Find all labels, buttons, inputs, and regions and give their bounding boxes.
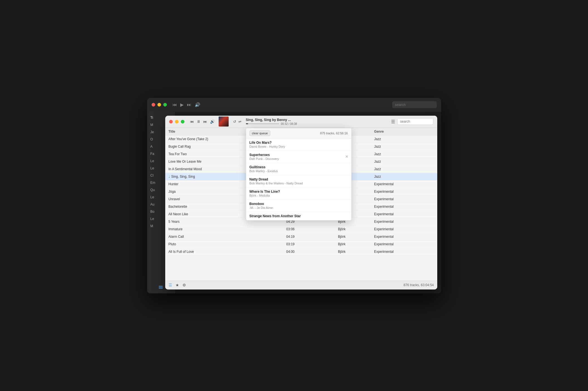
inner-forward-button[interactable]: ⏭ bbox=[203, 119, 207, 124]
queue-item-close-1[interactable]: ✕ bbox=[345, 154, 349, 159]
queue-item-0[interactable]: Life On Mars? David Bowie - Hunky Dory bbox=[246, 138, 351, 151]
queue-item-title-2: Guiltiness bbox=[249, 165, 348, 169]
table-row[interactable]: All Is Full of Love04:00BjörkExperimenta… bbox=[165, 248, 437, 255]
progress-bar[interactable] bbox=[246, 123, 279, 124]
track-genre-15: Experimental bbox=[371, 248, 437, 255]
inner-playback-controls: ⏮ ⏸ ⏭ 🔊 bbox=[190, 119, 215, 124]
queue-item-meta-2: Bob Marley - Exodus bbox=[249, 169, 348, 173]
queue-item-6[interactable]: Strange News from Another Star bbox=[246, 212, 351, 220]
shuffle-icon[interactable]: ⇌ bbox=[238, 120, 241, 124]
queue-item-3[interactable]: Natty Dread Bob Marley & the Wailers - N… bbox=[246, 175, 351, 187]
queue-item-meta-3: Bob Marley & the Wailers - Natty Dread bbox=[249, 182, 348, 185]
outer-forward-button[interactable]: ⏭ bbox=[187, 102, 191, 107]
maximize-button[interactable] bbox=[163, 103, 167, 107]
track-genre-0: Jazz bbox=[371, 135, 437, 143]
queue-item-title-3: Natty Dread bbox=[249, 177, 348, 181]
track-genre-5: Jazz bbox=[371, 173, 437, 180]
track-artist-14: Björk bbox=[335, 240, 371, 248]
track-genre-10: Experimental bbox=[371, 210, 437, 218]
queue-item-1[interactable]: Superheroes Daft Punk - Discovery ✕ bbox=[246, 151, 351, 163]
queue-item-title-4: Where Is The Line? bbox=[249, 190, 348, 194]
list-view-button[interactable]: ☰ bbox=[169, 283, 172, 287]
favorites-button[interactable]: ★ bbox=[176, 283, 179, 287]
close-button[interactable] bbox=[152, 103, 155, 107]
svg-rect-2 bbox=[159, 288, 163, 289]
now-playing-title: Sing, Sing, Sing by Benny ... bbox=[246, 118, 297, 122]
now-playing-info: Sing, Sing, Sing by Benny ... 00:32 / 08… bbox=[246, 118, 297, 125]
track-artist-13: Björk bbox=[335, 233, 371, 240]
now-playing-progress: 00:32 / 08:38 bbox=[246, 122, 297, 125]
track-genre-9: Experimental bbox=[371, 203, 437, 210]
track-duration-14: 03:19 bbox=[283, 240, 335, 248]
minimize-button[interactable] bbox=[157, 103, 161, 107]
track-genre-13: Experimental bbox=[371, 233, 437, 240]
progress-fill bbox=[246, 123, 248, 124]
track-genre-12: Experimental bbox=[371, 225, 437, 233]
tracks-count: 876 tracks, 63:04:54 bbox=[404, 283, 434, 287]
track-genre-2: Jazz bbox=[371, 150, 437, 158]
inner-volume-button[interactable]: 🔊 bbox=[210, 119, 215, 124]
queue-item-meta-0: David Bowie - Hunky Dory bbox=[249, 145, 348, 148]
queue-header: clear queue 875 tracks, 62:56:16 bbox=[246, 128, 351, 138]
status-bar: ☰ ★ ⚙ 876 tracks, 63:04:54 bbox=[165, 281, 437, 289]
queue-item-meta-1: Daft Punk - Discovery bbox=[249, 157, 348, 160]
inner-search-input[interactable] bbox=[397, 118, 433, 125]
track-duration-13: 04:19 bbox=[283, 233, 335, 240]
outer-play-button[interactable]: ▶ bbox=[180, 102, 184, 107]
queue-item-title-0: Life On Mars? bbox=[249, 141, 348, 145]
queue-item-2[interactable]: Guiltiness Bob Marley - Exodus bbox=[246, 163, 351, 175]
clear-queue-button[interactable]: clear queue bbox=[249, 130, 271, 136]
queue-item-title-6: Strange News from Another Star bbox=[249, 214, 348, 218]
queue-toggle-button[interactable]: ☰ bbox=[391, 119, 395, 124]
queue-item-meta-4: Björk - Medúlla bbox=[249, 194, 348, 197]
table-row[interactable]: Immature03:06BjörkExperimental bbox=[165, 225, 437, 233]
inner-maximize-button[interactable] bbox=[181, 120, 184, 123]
svg-rect-1 bbox=[159, 287, 163, 288]
svg-rect-0 bbox=[159, 286, 163, 286]
track-title-13: Alarm Call bbox=[165, 233, 283, 240]
inner-minimize-button[interactable] bbox=[175, 120, 179, 123]
track-duration-15: 04:00 bbox=[283, 248, 335, 255]
track-genre-8: Experimental bbox=[371, 195, 437, 203]
queue-item-title-1: Superheroes bbox=[249, 153, 348, 157]
track-genre-3: Jazz bbox=[371, 158, 437, 165]
table-row[interactable]: Pluto03:19BjörkExperimental bbox=[165, 240, 437, 248]
track-title-12: Immature bbox=[165, 225, 283, 233]
status-icons: ☰ ★ ⚙ bbox=[169, 283, 186, 287]
track-genre-4: Jazz bbox=[371, 165, 437, 173]
repeat-icon[interactable]: ↺ bbox=[233, 120, 236, 124]
outer-search-input[interactable] bbox=[392, 101, 437, 108]
inner-rewind-button[interactable]: ⏮ bbox=[190, 119, 194, 124]
queue-item-5[interactable]: Bonoboo -M- - Je Dis Aime bbox=[246, 200, 351, 212]
track-genre-14: Experimental bbox=[371, 240, 437, 248]
track-artist-12: Björk bbox=[335, 225, 371, 233]
queue-item-title-5: Bonoboo bbox=[249, 202, 348, 206]
queue-dropdown: clear queue 875 tracks, 62:56:16 Life On… bbox=[246, 128, 352, 221]
queue-item-4[interactable]: Where Is The Line? Björk - Medúlla bbox=[246, 187, 351, 200]
queue-item-meta-5: -M- - Je Dis Aime bbox=[249, 206, 348, 209]
col-header-genre[interactable]: Genre bbox=[371, 128, 437, 135]
inner-close-button[interactable] bbox=[169, 120, 173, 123]
track-title-15: All Is Full of Love bbox=[165, 248, 283, 255]
sidebar-queue-icon[interactable] bbox=[157, 283, 165, 291]
outer-volume-button[interactable]: 🔊 bbox=[195, 102, 200, 107]
outer-rewind-button[interactable]: ⏮ bbox=[172, 102, 177, 107]
outer-playback-controls: ⏮ ▶ ⏭ 🔊 bbox=[172, 102, 200, 107]
inner-pause-button[interactable]: ⏸ bbox=[197, 119, 201, 124]
album-art bbox=[219, 117, 229, 127]
track-genre-1: Jazz bbox=[371, 143, 437, 150]
inner-titlebar: ⏮ ⏸ ⏭ 🔊 ↺ ⇌ Sing, Sing, Sing by Benny ..… bbox=[165, 116, 437, 128]
track-duration-12: 03:06 bbox=[283, 225, 335, 233]
settings-button[interactable]: ⚙ bbox=[182, 283, 186, 287]
track-genre-6: Experimental bbox=[371, 180, 437, 188]
time-display: 00:32 / 08:38 bbox=[281, 122, 297, 125]
outer-content: Ti M Je O A Fa Le Le Cl Em Qu Le Au Bo L… bbox=[147, 112, 441, 293]
inner-right-controls: ☰ bbox=[391, 118, 433, 125]
queue-count: 875 tracks, 62:56:16 bbox=[320, 132, 348, 135]
outer-titlebar: ⏮ ▶ ⏭ 🔊 bbox=[147, 98, 441, 112]
track-artist-15: Björk bbox=[335, 248, 371, 255]
inner-window: ⏮ ⏸ ⏭ 🔊 ↺ ⇌ Sing, Sing, Sing by Benny ..… bbox=[165, 116, 437, 289]
table-row[interactable]: Alarm Call04:19BjörkExperimental bbox=[165, 233, 437, 240]
track-genre-11: Experimental bbox=[371, 218, 437, 225]
track-title-14: Pluto bbox=[165, 240, 283, 248]
